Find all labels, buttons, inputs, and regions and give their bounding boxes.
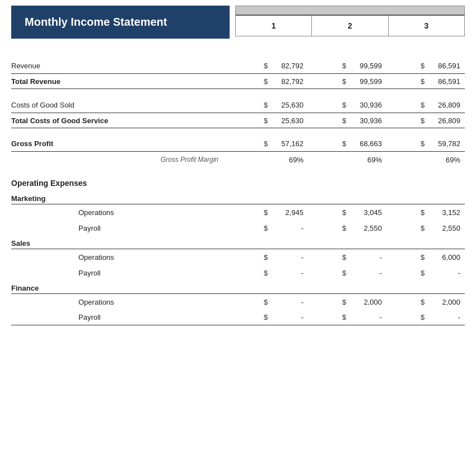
cogs-col2: $ 30,936 [308, 101, 386, 109]
mkt-pay-col3: $ 2,550 [386, 224, 465, 232]
mkt-ops-val3: 3,152 [430, 208, 460, 217]
mkt-ops-data: $ 2,945 $ 3,045 $ 3,152 [230, 208, 465, 217]
fin-pay-col3: $ - [386, 313, 465, 321]
dollar-sign: $ [342, 253, 350, 262]
revenue-val3: 86,591 [430, 62, 460, 70]
fin-pay-col2: $ - [308, 313, 386, 321]
dollar-sign: $ [342, 101, 350, 109]
dollar-sign: $ [264, 269, 272, 277]
gm-col3: 69% [386, 156, 465, 164]
total-cogs-col3: $ 26,809 [386, 116, 465, 125]
dollar-sign: $ [421, 77, 428, 86]
dollar-sign: $ [342, 116, 350, 125]
gross-profit-label: Gross Profit [11, 139, 230, 148]
dollar-sign: $ [342, 208, 350, 217]
total-rev-val2: 99,599 [351, 77, 382, 86]
revenue-col1: $ 82,792 [230, 62, 308, 70]
dollar-sign: $ [264, 313, 272, 321]
dollar-sign: $ [342, 62, 350, 70]
mkt-pay-val2: 2,550 [351, 224, 382, 232]
fin-pay-data: $ - $ - $ - [230, 313, 465, 321]
fin-ops-val3: 2,000 [430, 298, 460, 306]
cogs-val2: 30,936 [351, 101, 382, 109]
gm-val1: 69% [273, 156, 304, 164]
dollar-sign: $ [342, 298, 350, 306]
dollar-sign: $ [421, 269, 428, 277]
total-cogs-col2: $ 30,936 [308, 116, 386, 125]
fin-pay-row: Payroll $ - $ - $ - [11, 310, 465, 325]
fin-pay-val3: - [430, 313, 460, 321]
gp-val1: 57,162 [273, 139, 304, 148]
fin-ops-col3: $ 2,000 [386, 298, 465, 306]
cogs-val1: 25,630 [273, 101, 304, 109]
finance-label: Finance [11, 284, 134, 292]
fin-ops-data: $ - $ 2,000 $ 2,000 [230, 298, 465, 306]
dollar-sign: $ [421, 116, 428, 125]
fin-ops-col1: $ - [230, 298, 308, 306]
total-rev-val1: 82,792 [273, 77, 304, 86]
sales-ops-val3: 6,000 [430, 253, 460, 262]
total-rev-col3: $ 86,591 [386, 77, 465, 86]
sales-section: Sales [11, 236, 465, 249]
total-cogs-row: Total Costs of Good Service $ 25,630 $ 3… [11, 113, 465, 128]
sales-pay-col3: $ - [386, 269, 465, 277]
gross-margin-label: Gross Profit Margin [11, 156, 230, 164]
dollar-sign: $ [421, 313, 428, 321]
fin-ops-val2: 2,000 [351, 298, 382, 306]
sales-pay-val2: - [351, 269, 382, 277]
dollar-sign: $ [264, 224, 272, 232]
sales-ops-col1: $ - [230, 253, 308, 262]
gross-margin-row: Gross Profit Margin 69% 69% 69% [11, 152, 465, 167]
mkt-ops-val1: 2,945 [273, 208, 304, 217]
revenue-label: Revenue [11, 62, 230, 70]
dollar-sign: $ [264, 139, 272, 148]
sales-pay-col2: $ - [308, 269, 386, 277]
fin-ops-label: Operations [11, 298, 230, 306]
mkt-pay-col1: $ - [230, 224, 308, 232]
sales-ops-row: Operations $ - $ - $ 6,000 [11, 249, 465, 265]
total-rev-col2: $ 99,599 [308, 77, 386, 86]
mkt-ops-col1: $ 2,945 [230, 208, 308, 217]
header-row: Monthly Income Statement 1 2 3 [11, 6, 465, 39]
mkt-ops-val2: 3,045 [351, 208, 382, 217]
fin-pay-val1: - [273, 313, 304, 321]
mkt-pay-row: Payroll $ - $ 2,550 $ 2,550 [11, 220, 465, 236]
fin-ops-row: Operations $ - $ 2,000 $ 2,000 [11, 294, 465, 310]
total-rev-col1: $ 82,792 [230, 77, 308, 86]
mkt-pay-col2: $ 2,550 [308, 224, 386, 232]
finance-section: Finance [11, 281, 465, 294]
sales-ops-col2: $ - [308, 253, 386, 262]
dollar-sign: $ [264, 62, 272, 70]
dollar-sign: $ [421, 139, 428, 148]
mkt-pay-val1: - [273, 224, 304, 232]
gp-val2: 68,663 [351, 139, 382, 148]
fin-ops-col2: $ 2,000 [308, 298, 386, 306]
gp-col3: $ 59,782 [386, 139, 465, 148]
dollar-sign: $ [264, 101, 272, 109]
sales-ops-data: $ - $ - $ 6,000 [230, 253, 465, 262]
dollar-sign: $ [264, 208, 272, 217]
dollar-sign: $ [421, 62, 428, 70]
col-header-numbers: 1 2 3 [235, 15, 465, 36]
sales-ops-label: Operations [11, 253, 230, 262]
cogs-val3: 26,809 [430, 101, 460, 109]
total-cogs-col1: $ 25,630 [230, 116, 308, 125]
total-revenue-label: Total Revenue [11, 77, 230, 86]
sales-pay-label: Payroll [11, 269, 230, 277]
sales-pay-val3: - [430, 269, 460, 277]
fin-pay-label: Payroll [11, 313, 230, 321]
cogs-label: Costs of Good Sold [11, 101, 230, 109]
cogs-data: $ 25,630 $ 30,936 $ 26,809 [230, 101, 465, 109]
revenue-val2: 99,599 [351, 62, 382, 70]
mkt-pay-label: Payroll [11, 224, 230, 232]
gross-profit-row: Gross Profit $ 57,162 $ 68,663 $ 59,782 [11, 136, 465, 152]
dollar-sign: $ [421, 298, 428, 306]
cogs-col3: $ 26,809 [386, 101, 465, 109]
sales-label: Sales [11, 239, 134, 248]
gp-val3: 59,782 [430, 139, 460, 148]
revenue-col2: $ 99,599 [308, 62, 386, 70]
dollar-sign: $ [421, 224, 428, 232]
dollar-sign: $ [264, 298, 272, 306]
revenue-data: $ 82,792 $ 99,599 $ 86,591 [230, 62, 465, 70]
gm-col2: 69% [308, 156, 386, 164]
